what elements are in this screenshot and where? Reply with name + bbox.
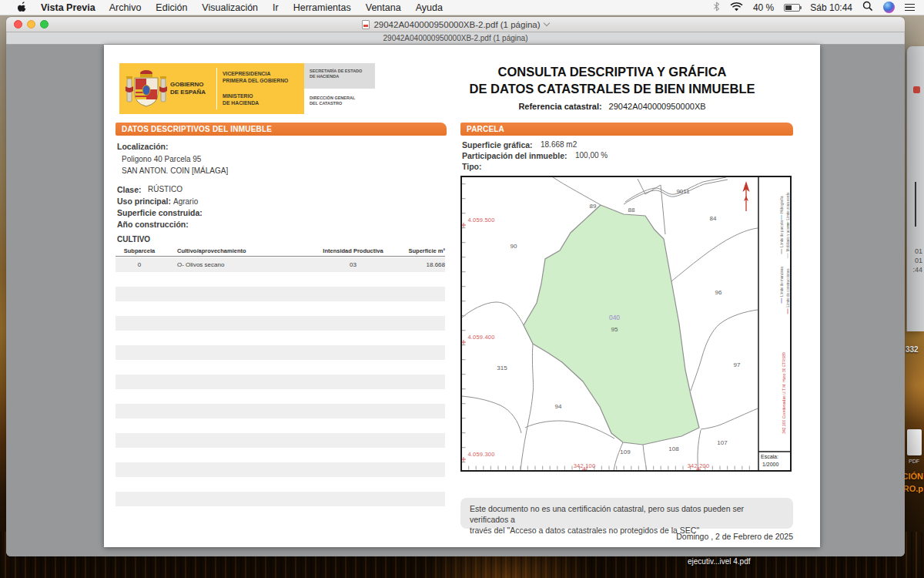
table-row <box>116 331 445 345</box>
spotlight-icon[interactable] <box>862 1 873 14</box>
pdf-page: GOBIERNO DE ESPAÑA VICEPRESIDENCIA PRIME… <box>104 45 820 547</box>
scrollbar[interactable] <box>915 182 916 227</box>
spain-coat-of-arms-icon <box>124 66 169 111</box>
reference-label: Referencia catastral: <box>518 102 601 111</box>
table-row <box>116 375 445 389</box>
table-row <box>116 287 445 301</box>
logo-gobierno-line1: GOBIERNO <box>170 81 206 89</box>
document-icon <box>362 20 370 29</box>
table-row <box>116 360 445 375</box>
parcel-number: 315 <box>497 365 507 371</box>
pdf-file-badge: PDF <box>904 459 924 464</box>
menu-item[interactable]: Herramientas <box>293 2 351 13</box>
clase-value: RÚSTICO <box>148 185 182 193</box>
zoom-button[interactable] <box>40 20 49 29</box>
parcel-number: 90 <box>511 243 517 250</box>
bluetooth-icon[interactable] <box>713 2 720 14</box>
desktop-icon-label[interactable]: 332 <box>906 345 919 354</box>
localizacion-line2: SAN ANTON. COIN [MÁLAGA] <box>122 166 228 175</box>
utm-note: 342.100 Coordenadas U.T.M. Huso 30 ETRS8… <box>782 352 786 434</box>
parcel-number: 94 <box>555 403 562 410</box>
utm-coordinate-label: 342.100 <box>574 462 596 469</box>
logo-secretaria-box: SECRETARÍA DE ESTADO DE HACIENDA <box>304 63 375 89</box>
legend-item: Límite de construcciones <box>786 269 790 314</box>
table-row <box>116 389 445 404</box>
preview-content-area[interactable]: GOBIERNO DE ESPAÑA VICEPRESIDENCIA PRIME… <box>6 45 905 556</box>
utm-coordinate-label: 4.059.400 <box>467 334 494 341</box>
logo-divider <box>216 68 217 109</box>
scale-label: Escala: <box>761 454 778 459</box>
app-menu[interactable]: Vista Previa <box>41 2 95 13</box>
minimize-button[interactable] <box>27 20 35 29</box>
disclaimer-note: Este documento no es una certificación c… <box>460 498 793 529</box>
superficie-grafica-row: Superficie gráfica: 18.668 m2 <box>462 140 793 150</box>
table-row <box>116 316 445 331</box>
cultivo-rows: 0O- Olivos secano0318.668 <box>116 257 445 506</box>
siri-icon[interactable] <box>883 2 895 13</box>
desktop-icon-label[interactable]: CIÓN <box>902 472 924 481</box>
uso-value: Agrario <box>173 197 198 206</box>
logo-ministerio-line2: DE HACIENDA <box>223 99 259 106</box>
logo-ministerio-line1: MINISTERIO <box>223 92 259 99</box>
government-logo: GOBIERNO DE ESPAÑA VICEPRESIDENCIA PRIME… <box>119 63 375 114</box>
legend-item: Límite de manzana <box>780 267 784 303</box>
wifi-icon[interactable] <box>730 2 743 14</box>
pdf-file-icon[interactable] <box>907 429 922 455</box>
menu-item[interactable]: Archivo <box>109 2 142 13</box>
menu-item[interactable]: Ventana <box>366 2 401 13</box>
logo-vicepresidencia-line1: VICEPRESIDENCIA <box>223 70 288 77</box>
localizacion-line1: Poligono 40 Parcela 95 <box>122 155 201 163</box>
uso-label: Uso principal: <box>117 197 171 206</box>
battery-icon <box>784 4 800 12</box>
status-icons: 40 % Sáb 10:44 <box>713 1 915 14</box>
parcel-number: 89 <box>590 203 597 210</box>
window-title-bar[interactable]: 29042A040000950000XB-2.pdf (1 página) <box>6 17 905 32</box>
menu-item[interactable]: Edición <box>156 2 187 13</box>
parcel-number: 96 <box>715 289 722 296</box>
apple-menu-icon[interactable] <box>17 1 27 15</box>
map-label-layer: 898890118490963159794108107109040954.059… <box>460 176 792 472</box>
clase-label: Clase: <box>117 185 142 194</box>
menu-item[interactable]: Ir <box>273 2 279 13</box>
highlight-parcel-sub-number: 95 <box>611 326 618 333</box>
parcel-number: 108 <box>668 445 678 452</box>
chevron-down-icon[interactable] <box>543 19 549 25</box>
menu-clock[interactable]: Sáb 10:44 <box>810 2 852 13</box>
utm-coordinate-label: 342.200 <box>688 462 710 469</box>
table-row <box>116 404 445 418</box>
section-header-parcela: PARCELA <box>460 123 793 136</box>
cadastral-reference: Referencia catastral:29042A040000950000X… <box>435 102 789 111</box>
desktop-file-label[interactable]: ejecutiv...ivel 4.pdf <box>688 557 751 566</box>
parcel-number: 88 <box>628 207 635 213</box>
close-button[interactable] <box>14 20 22 29</box>
pdf-badge-icon <box>913 86 920 93</box>
cultivo-table-header: Subparcela Cultivo/aprovechamiento Inten… <box>116 245 445 257</box>
window-title: 29042A040000950000XB-2.pdf (1 página) <box>373 20 540 29</box>
scale-value: 1/2000 <box>762 462 778 467</box>
background-window[interactable]: 01 01 :44 <box>906 46 924 331</box>
cadastral-map: 898890118490963159794108107109040954.059… <box>460 176 792 472</box>
notification-center-icon[interactable] <box>905 2 915 12</box>
table-row <box>116 418 445 433</box>
logo-vicepresidencia-line2: PRIMERA DEL GOBIERNO <box>223 77 288 84</box>
utm-coordinate-label: 4.059.300 <box>467 451 494 458</box>
logo-gobierno-line2: DE ESPAÑA <box>170 89 206 96</box>
table-row <box>116 477 445 492</box>
menu-item[interactable]: Visualización <box>202 2 258 13</box>
preview-window: 29042A040000950000XB-2.pdf (1 página) 29… <box>6 17 905 556</box>
table-row <box>116 433 445 448</box>
background-window-text: 01 01 :44 <box>907 247 922 274</box>
menu-bar: Vista Previa ArchivoEdiciónVisualización… <box>0 0 924 15</box>
ano-construccion-label: Año construcción: <box>117 220 189 229</box>
localizacion-label: Localización: <box>117 142 169 151</box>
document-title: CONSULTA DESCRIPTIVA Y GRÁFICA DE DATOS … <box>435 63 789 97</box>
document-tab[interactable]: 29042A040000950000XB-2.pdf (1 página) <box>7 32 904 44</box>
reference-value: 29042A040000950000XB <box>609 102 706 111</box>
parcel-number: 107 <box>717 439 727 446</box>
tipo-row: Tipo: <box>462 162 793 172</box>
menu-item[interactable]: Ayuda <box>416 2 443 13</box>
parcel-number: 97 <box>734 361 741 368</box>
desktop: 01 01 :44 332 PDF CIÓN URO.p ejecutiv...… <box>0 0 924 578</box>
logo-yellow-block: GOBIERNO DE ESPAÑA VICEPRESIDENCIA PRIME… <box>119 63 304 114</box>
highlight-parcel-number: 040 <box>609 314 620 321</box>
